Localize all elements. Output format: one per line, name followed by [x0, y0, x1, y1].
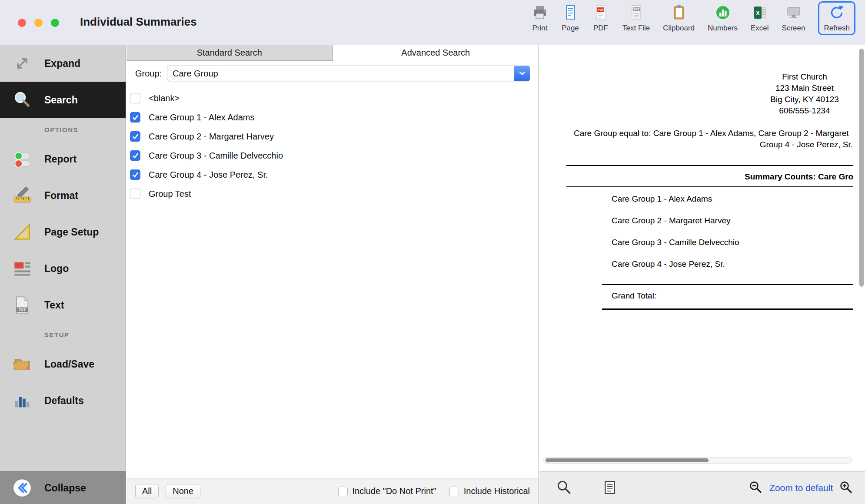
report-row: Care Group 3 - Camille Delvecchio — [612, 238, 739, 247]
sidebar-item-text[interactable]: TXT Text — [0, 287, 126, 323]
report-divider — [566, 165, 853, 166]
page-view-button[interactable] — [602, 480, 618, 497]
pdf-button[interactable]: PDF PDF — [592, 4, 609, 33]
logo-placeholder-icon — [9, 259, 36, 278]
zoom-in-button[interactable] — [839, 480, 854, 496]
sidebar-item-logo[interactable]: Logo — [0, 250, 126, 287]
zoom-to-default-link[interactable]: Zoom to default — [769, 483, 833, 493]
church-name: First Church — [739, 71, 865, 83]
expand-icon — [9, 54, 36, 73]
text-file-button[interactable]: TXT Text File — [622, 4, 650, 33]
vertical-scrollbar-thumb[interactable] — [859, 49, 864, 287]
svg-text:TXT: TXT — [19, 308, 26, 312]
option-row-care-group-3[interactable]: Care Group 3 - Camille Delvecchio — [126, 146, 539, 165]
checkbox-unchecked[interactable] — [130, 189, 140, 199]
sidebar-item-format[interactable]: Format — [0, 177, 126, 214]
option-row-group-test[interactable]: Group Test — [126, 184, 539, 203]
page-button[interactable]: Page — [562, 4, 579, 33]
magnifier-tool-button[interactable] — [556, 480, 572, 497]
option-label: Care Group 1 - Alex Adams — [149, 113, 254, 123]
include-do-not-print-option[interactable]: Include "Do Not Print" — [338, 486, 436, 496]
report-row: Care Group 2 - Margaret Harvey — [612, 216, 731, 225]
sidebar-item-defaults[interactable]: Defaults — [0, 382, 126, 419]
sidebar-setup-header: SETUP — [0, 323, 126, 346]
option-label: Group Test — [149, 189, 191, 199]
sidebar-load-save-label: Load/Save — [44, 358, 94, 370]
sidebar-search-label: Search — [44, 94, 78, 106]
all-button[interactable]: All — [135, 484, 159, 498]
footer-checkboxes: Include "Do Not Print" Include Historica… — [338, 486, 530, 496]
checkbox-checked[interactable] — [130, 150, 140, 161]
include-historical-option[interactable]: Include Historical — [449, 486, 530, 496]
option-row-care-group-1[interactable]: Care Group 1 - Alex Adams — [126, 108, 539, 127]
sidebar-logo-label: Logo — [44, 263, 69, 275]
preview-footer: Zoom to default — [539, 471, 865, 504]
printer-icon — [531, 4, 549, 23]
report-preview-panel: First Church 123 Main Street Big City, K… — [539, 45, 865, 504]
sidebar-text-label: Text — [44, 299, 64, 311]
print-label: Print — [532, 24, 548, 33]
pdf-label: PDF — [593, 24, 608, 33]
group-dropdown[interactable]: Care Group — [167, 66, 530, 81]
zoom-window-button[interactable] — [51, 19, 59, 27]
tab-advanced-search[interactable]: Advanced Search — [333, 45, 539, 61]
zoom-out-button[interactable] — [749, 480, 763, 496]
checkbox-checked[interactable] — [130, 131, 140, 142]
group-row: Group: Care Group — [126, 61, 539, 86]
sidebar-item-page-setup[interactable]: Page Setup — [0, 214, 126, 250]
close-window-button[interactable] — [18, 19, 26, 27]
folder-icon — [9, 355, 36, 374]
minimize-window-button[interactable] — [34, 19, 43, 27]
refresh-button[interactable]: Refresh — [818, 1, 855, 35]
tab-standard-search[interactable]: Standard Search — [126, 45, 333, 61]
grand-total-label: Grand Total: — [612, 291, 656, 301]
group-dropdown-button[interactable] — [514, 66, 530, 81]
excel-icon: X — [751, 4, 769, 23]
pdf-icon: PDF — [592, 4, 609, 23]
none-button[interactable]: None — [166, 484, 200, 498]
checkbox-checked[interactable] — [130, 112, 140, 123]
excel-button[interactable]: X Excel — [751, 4, 769, 33]
checkbox-checked[interactable] — [130, 169, 140, 180]
sidebar-item-load-save[interactable]: Load/Save — [0, 346, 126, 382]
option-row-care-group-4[interactable]: Care Group 4 - Jose Perez, Sr. — [126, 165, 539, 184]
sidebar-expand-label: Expand — [44, 58, 80, 70]
checkbox-unchecked[interactable] — [338, 487, 348, 496]
format-ruler-icon — [9, 186, 36, 205]
include-historical-label: Include Historical — [464, 486, 530, 496]
document-icon — [602, 480, 618, 497]
report-page: First Church 123 Main Street Big City, K… — [539, 45, 865, 471]
zoom-out-icon — [749, 480, 763, 496]
search-tabs: Standard Search Advanced Search — [126, 45, 539, 61]
screen-button[interactable]: Screen — [782, 4, 805, 33]
horizontal-scrollbar[interactable] — [543, 457, 852, 464]
page-label: Page — [562, 24, 579, 33]
clipboard-icon — [670, 4, 688, 23]
clipboard-label: Clipboard — [663, 24, 695, 33]
include-do-not-print-label: Include "Do Not Print" — [353, 486, 436, 496]
sidebar-item-search[interactable]: Search — [0, 82, 126, 118]
title-bar: Individual Summaries Print Page PDF PDF … — [0, 0, 865, 45]
horizontal-scrollbar-thumb[interactable] — [546, 458, 709, 462]
report-total-divider — [602, 308, 853, 310]
zoom-in-icon — [839, 480, 854, 496]
search-footer: All None Include "Do Not Print" Include … — [126, 478, 539, 504]
checkbox-unchecked[interactable] — [449, 487, 459, 496]
group-option-list: <blank> Care Group 1 - Alex Adams Care G… — [126, 86, 539, 203]
option-label: Care Group 2 - Margaret Harvey — [149, 132, 274, 142]
sidebar-collapse[interactable]: Collapse — [0, 471, 126, 504]
sidebar-item-report[interactable]: Report — [0, 141, 126, 177]
txt-page-icon: TXT — [9, 295, 36, 315]
page-setup-triangle-icon — [9, 222, 36, 242]
print-button[interactable]: Print — [531, 4, 549, 33]
numbers-icon — [714, 4, 732, 23]
sidebar-item-expand[interactable]: Expand — [0, 45, 126, 82]
numbers-button[interactable]: Numbers — [708, 4, 738, 33]
magnifier-icon — [556, 480, 572, 497]
option-row-blank[interactable]: <blank> — [126, 89, 539, 108]
export-toolbar: Print Page PDF PDF TXT Text File Clipboa… — [531, 4, 855, 35]
checkbox-unchecked[interactable] — [130, 93, 140, 103]
sidebar-report-label: Report — [44, 153, 77, 165]
clipboard-button[interactable]: Clipboard — [663, 4, 695, 33]
option-row-care-group-2[interactable]: Care Group 2 - Margaret Harvey — [126, 127, 539, 146]
